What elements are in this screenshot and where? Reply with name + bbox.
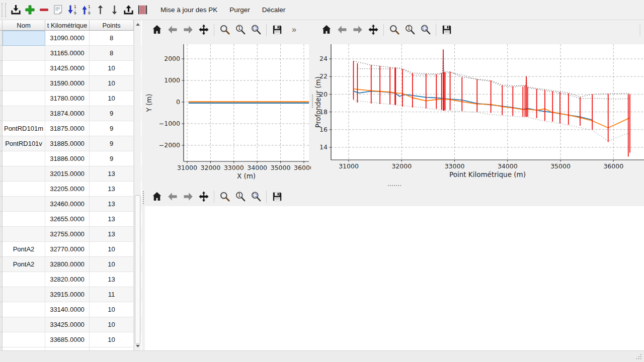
save-button[interactable] bbox=[269, 189, 285, 204]
cell-pk[interactable]: 32460.0000 bbox=[45, 197, 90, 212]
cell-pk[interactable]: 32015.0000 bbox=[45, 166, 90, 182]
forward-button[interactable] bbox=[180, 189, 196, 204]
column-header-points[interactable]: Points bbox=[90, 20, 134, 31]
cell-pk[interactable]: 32755.0000 bbox=[45, 227, 90, 242]
cell-nom[interactable] bbox=[3, 91, 45, 106]
cell-points[interactable]: 9 bbox=[90, 151, 134, 166]
xy-plot-canvas[interactable]: 310003200033000340003500036000−2000−1000… bbox=[145, 39, 311, 184]
cell-nom[interactable] bbox=[3, 106, 45, 121]
cell-points[interactable]: 9 bbox=[90, 136, 134, 151]
sort-descending-button[interactable]: 19 bbox=[65, 2, 79, 18]
zoom-rect-button[interactable] bbox=[418, 22, 433, 37]
cell-nom[interactable] bbox=[3, 182, 45, 197]
column-header-nom[interactable]: Nom bbox=[3, 20, 45, 31]
cell-pk[interactable]: 31090.0000 bbox=[45, 31, 90, 46]
cell-nom[interactable] bbox=[3, 46, 45, 61]
move-up-button[interactable] bbox=[93, 2, 107, 18]
cell-points[interactable]: 10 bbox=[90, 76, 134, 91]
cell-pk[interactable]: 31886.0000 bbox=[45, 151, 90, 166]
cell-nom[interactable] bbox=[3, 317, 45, 332]
profile-plot-canvas[interactable]: 3100032000330003400035000360001416182022… bbox=[314, 39, 644, 184]
cell-points[interactable]: 13 bbox=[90, 212, 134, 227]
cell-points[interactable]: 10 bbox=[90, 91, 134, 106]
cell-pk[interactable]: 33685.0000 bbox=[45, 332, 90, 347]
cell-points[interactable]: 10 bbox=[90, 61, 134, 76]
cell-pk[interactable]: 32820.0000 bbox=[45, 272, 90, 287]
cell-points[interactable]: 10 bbox=[90, 317, 134, 332]
cell-pk[interactable]: 32915.0000 bbox=[45, 287, 90, 302]
cell-pk[interactable]: 31165.0000 bbox=[45, 46, 90, 61]
cell-points[interactable]: 13 bbox=[90, 182, 134, 197]
add-row-button[interactable] bbox=[23, 2, 37, 18]
column-header-pk[interactable]: t Kilométrique bbox=[45, 20, 90, 31]
export-button[interactable] bbox=[121, 2, 135, 18]
notes-button[interactable] bbox=[51, 2, 65, 18]
cell-points[interactable]: 13 bbox=[90, 197, 134, 212]
cell-points[interactable]: 10 bbox=[90, 302, 134, 317]
cell-points[interactable]: 9 bbox=[90, 106, 134, 121]
toolbar-overflow-button[interactable]: » bbox=[292, 26, 296, 34]
cell-points[interactable]: 10 bbox=[90, 242, 134, 257]
cell-pk[interactable]: 31874.0000 bbox=[45, 106, 90, 121]
back-button[interactable] bbox=[165, 22, 180, 37]
cell-points[interactable]: 10 bbox=[90, 257, 134, 272]
cell-points[interactable]: 8 bbox=[90, 46, 134, 61]
cell-nom[interactable] bbox=[3, 227, 45, 242]
back-button[interactable] bbox=[334, 22, 350, 37]
cell-pk[interactable]: 32205.0000 bbox=[45, 182, 90, 197]
cell-nom[interactable] bbox=[3, 151, 45, 166]
toolbar-drag-handle[interactable] bbox=[2, 3, 6, 17]
cell-pk[interactable]: 31425.0000 bbox=[45, 61, 90, 76]
cell-pk[interactable]: 32800.0000 bbox=[45, 257, 90, 272]
scrollbar-thumb[interactable] bbox=[135, 195, 140, 344]
home-button[interactable] bbox=[149, 189, 165, 204]
cell-pk[interactable]: 31780.0000 bbox=[45, 91, 90, 106]
cell-points[interactable]: 13 bbox=[90, 227, 134, 242]
profiles-button[interactable] bbox=[135, 2, 149, 18]
zoom-rect-button[interactable] bbox=[248, 189, 264, 204]
cell-nom[interactable]: PontRD101m bbox=[3, 121, 45, 136]
resize-grip-icon[interactable] bbox=[634, 352, 642, 360]
cell-pk[interactable]: 31590.0000 bbox=[45, 76, 90, 91]
cell-points[interactable]: 9 bbox=[90, 121, 134, 136]
remove-row-button[interactable] bbox=[37, 2, 51, 18]
cell-points[interactable]: 13 bbox=[90, 272, 134, 287]
cell-nom[interactable] bbox=[3, 287, 45, 302]
cell-pk[interactable]: 32655.0000 bbox=[45, 212, 90, 227]
save-button[interactable] bbox=[439, 22, 454, 37]
update-pk-action[interactable]: Mise à jour des PK bbox=[154, 3, 223, 18]
save-button[interactable] bbox=[269, 22, 285, 37]
cell-nom[interactable]: PontA2 bbox=[3, 257, 45, 272]
zoom-button[interactable] bbox=[217, 22, 232, 37]
import-button[interactable] bbox=[9, 2, 23, 18]
zoom-button[interactable] bbox=[217, 189, 232, 204]
home-button[interactable] bbox=[318, 22, 334, 37]
table-vertical-scrollbar[interactable] bbox=[134, 20, 141, 350]
cell-nom[interactable] bbox=[3, 332, 45, 347]
cell-pk[interactable]: 33425.0000 bbox=[45, 317, 90, 332]
cell-nom[interactable] bbox=[3, 197, 45, 212]
purge-action[interactable]: Purger bbox=[223, 3, 256, 18]
cell-points[interactable]: 10 bbox=[90, 332, 134, 347]
pan-button[interactable] bbox=[196, 189, 211, 204]
cell-pk[interactable]: 31885.0000 bbox=[45, 136, 90, 151]
scroll-down-button[interactable] bbox=[134, 342, 141, 350]
splitter-xy-profile[interactable] bbox=[311, 20, 314, 184]
cell-nom[interactable]: PontRD101v bbox=[3, 136, 45, 151]
forward-button[interactable] bbox=[180, 22, 196, 37]
cell-nom[interactable] bbox=[3, 61, 45, 76]
cell-pk[interactable]: 31875.0000 bbox=[45, 121, 90, 136]
cell-points[interactable]: 11 bbox=[90, 287, 134, 302]
cell-nom[interactable] bbox=[3, 166, 45, 182]
pan-button[interactable] bbox=[196, 22, 211, 37]
cell-nom[interactable] bbox=[3, 212, 45, 227]
home-button[interactable] bbox=[149, 22, 165, 37]
cell-nom[interactable] bbox=[3, 76, 45, 91]
cell-nom[interactable]: PontA2 bbox=[3, 242, 45, 257]
pan-button[interactable] bbox=[365, 22, 381, 37]
zoom-one-button[interactable]: 1 bbox=[232, 22, 248, 37]
zoom-rect-button[interactable] bbox=[248, 22, 264, 37]
cell-points[interactable]: 8 bbox=[90, 31, 134, 46]
cell-nom[interactable] bbox=[3, 302, 45, 317]
zoom-one-button[interactable]: 1 bbox=[232, 189, 248, 204]
